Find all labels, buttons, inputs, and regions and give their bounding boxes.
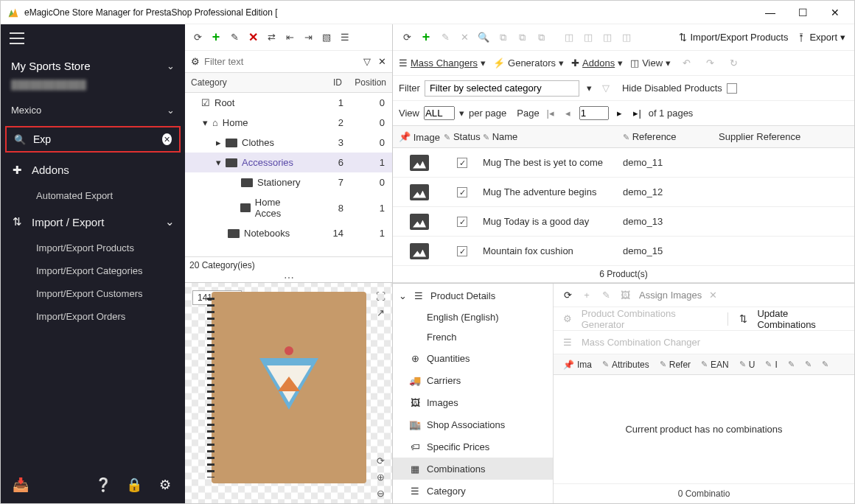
sidebar-item-import-export[interactable]: ⇅ Import / Export ⌄ — [1, 207, 185, 237]
clone-button[interactable]: ⧉ — [514, 29, 530, 46]
export-dropdown[interactable]: ⭱ Export ▾ — [794, 30, 848, 44]
reset-zoom-icon[interactable]: ⟳ — [374, 455, 386, 466]
grp-b-button[interactable]: ◫ — [580, 29, 596, 46]
redo-button[interactable]: ↷ — [702, 55, 718, 71]
settings-button[interactable]: ⚙ — [150, 474, 181, 496]
window-maximize-button[interactable]: ☐ — [786, 1, 819, 24]
sidebar-store-selector[interactable]: My Sports Store ⌄ — [1, 52, 185, 80]
last-page-button[interactable]: ▸| — [631, 107, 644, 120]
grp-c-button[interactable]: ◫ — [599, 29, 615, 46]
nav-quantities[interactable]: ⊕Quantities — [393, 347, 553, 369]
filter-clear-icon[interactable]: ✕ — [376, 56, 388, 68]
search-products-button[interactable]: 🔍 — [475, 29, 492, 46]
delete-category-button[interactable]: ✕ — [245, 29, 261, 46]
page-input[interactable] — [579, 106, 609, 120]
sidebar-subitem-ie-orders[interactable]: Import/Export Orders — [1, 305, 185, 328]
tool-c-button[interactable]: ⇥ — [300, 29, 316, 46]
detail-nav-head[interactable]: ⌄ ☰ Product Details — [393, 284, 553, 307]
status-checkbox[interactable]: ✓ — [457, 158, 467, 168]
sidebar-item-addons[interactable]: ✚ Addons — [1, 155, 185, 184]
splitter-handle[interactable]: ⋯ — [185, 273, 392, 282]
status-checkbox[interactable]: ✓ — [457, 217, 467, 227]
nav-shop-assoc[interactable]: 🏬Shop Associations — [393, 413, 553, 435]
filter-funnel-icon[interactable]: ▽ — [361, 56, 373, 68]
expand-icon[interactable]: ▾ — [203, 117, 208, 128]
tree-row[interactable]: Home Acces81 — [185, 192, 392, 223]
tree-row[interactable]: Notebooks141 — [185, 223, 392, 243]
refresh-products-button[interactable]: ⟳ — [399, 29, 415, 46]
edit-category-button[interactable]: ✎ — [226, 29, 242, 46]
popout-icon[interactable]: ↗ — [374, 307, 386, 318]
prev-page-button[interactable]: ◂ — [562, 107, 575, 120]
update-combinations-button[interactable]: Update Combinations — [757, 308, 848, 330]
grp-a-button[interactable]: ◫ — [561, 29, 577, 46]
tree-row[interactable]: ▸Clothes30 — [185, 133, 392, 153]
nav-suppliers[interactable]: 📦Suppliers — [393, 502, 553, 503]
sidebar-subitem-ie-products[interactable]: Import/Export Products — [1, 237, 185, 259]
sidebar-region-selector[interactable]: Mexico ⌄ — [1, 97, 185, 123]
addons-dropdown[interactable]: ✚ Addons ▾ — [571, 57, 623, 69]
table-row[interactable]: ✓Mug The best is yet to comedemo_11 — [393, 148, 854, 178]
tool-a-button[interactable]: ⇄ — [263, 29, 279, 46]
nav-prices[interactable]: 🏷Specific Prices — [393, 435, 553, 458]
lock-button[interactable]: 🔒 — [119, 474, 150, 496]
nav-category[interactable]: ☰Category — [393, 480, 553, 502]
window-minimize-button[interactable]: — — [754, 1, 786, 24]
lang-english[interactable]: English (English) — [393, 307, 553, 327]
sidebar-search[interactable]: 🔍 ✕ — [5, 126, 181, 153]
filter-dropdown-icon[interactable]: ▾ — [584, 83, 596, 94]
view-dropdown[interactable]: ◫ View ▾ — [630, 57, 671, 69]
tool-e-button[interactable]: ☰ — [337, 29, 353, 46]
dropdown-icon[interactable]: ▾ — [459, 108, 464, 119]
gear-icon[interactable]: ⚙ — [189, 56, 201, 68]
edit-product-button[interactable]: ✎ — [437, 29, 453, 46]
window-close-button[interactable]: ✕ — [819, 1, 851, 24]
filter-advanced-icon[interactable]: ▽ — [600, 83, 612, 94]
nav-combinations[interactable]: ▦Combinations — [393, 458, 553, 480]
sidebar-subitem-ie-categories[interactable]: Import/Export Categories — [1, 259, 185, 282]
zoom-out-icon[interactable]: ⊖ — [374, 487, 386, 499]
zoom-in-icon[interactable]: ⊕ — [374, 471, 386, 483]
copy-button[interactable]: ⧉ — [495, 29, 511, 46]
hide-disabled-checkbox[interactable] — [727, 83, 737, 94]
edit-combination-button[interactable]: ✎ — [598, 287, 614, 304]
paste-button[interactable]: ⧉ — [533, 29, 549, 46]
filter-category-select[interactable] — [425, 80, 579, 97]
category-filter-input[interactable] — [204, 56, 358, 67]
pin-icon[interactable]: 📌 — [562, 359, 574, 371]
history-button[interactable]: ↻ — [725, 55, 741, 71]
next-page-button[interactable]: ▸ — [613, 107, 627, 120]
tree-row[interactable]: ☑Root10 — [185, 93, 392, 113]
tool-b-button[interactable]: ⇤ — [282, 29, 298, 46]
tree-row[interactable]: ▾⌂Home20 — [185, 113, 392, 133]
assign-images-button[interactable]: 🖼 — [617, 287, 633, 304]
nav-images[interactable]: 🖼Images — [393, 391, 553, 413]
sidebar-search-input[interactable] — [33, 133, 162, 145]
gen-label[interactable]: Product Combinations Generator — [582, 308, 720, 330]
import-export-products-button[interactable]: ⇅ Import/Export Products — [676, 30, 791, 44]
table-row[interactable]: ✓Mug The adventure beginsdemo_12 — [393, 178, 854, 207]
table-row[interactable]: ✓Mountain fox cushiondemo_15 — [393, 237, 854, 266]
delete-combination-button[interactable]: ✕ — [705, 287, 721, 304]
sidebar-subitem-ie-customers[interactable]: Import/Export Customers — [1, 282, 185, 305]
mass-changers-dropdown[interactable]: ☰ Mass Changers ▾ — [399, 57, 486, 69]
per-page-select[interactable] — [424, 106, 455, 120]
tree-row[interactable]: ▾Accessories61 — [185, 153, 392, 172]
status-checkbox[interactable]: ✓ — [457, 187, 467, 197]
fullscreen-icon[interactable]: ⛶ — [374, 290, 386, 302]
first-page-button[interactable]: |◂ — [544, 107, 557, 120]
hamburger-button[interactable] — [1, 24, 185, 52]
mass-combination-changer[interactable]: Mass Combination Changer — [582, 337, 700, 348]
add-combination-button[interactable]: + — [579, 287, 595, 304]
search-clear-button[interactable]: ✕ — [162, 133, 172, 145]
refresh-button[interactable]: ⟳ — [189, 29, 206, 46]
category-tree[interactable]: ☑Root10▾⌂Home20▸Clothes30▾Accessories61S… — [185, 93, 392, 256]
add-product-button[interactable]: + — [418, 29, 434, 46]
help-button[interactable]: ❔ — [88, 474, 119, 496]
grp-d-button[interactable]: ◫ — [618, 29, 635, 46]
table-row[interactable]: ✓Mug Today is a good daydemo_13 — [393, 207, 854, 237]
refresh-combinations-button[interactable]: ⟳ — [559, 287, 576, 304]
lang-french[interactable]: French — [393, 327, 553, 347]
generators-dropdown[interactable]: ⚡ Generators ▾ — [493, 57, 564, 69]
delete-product-button[interactable]: ✕ — [456, 29, 472, 46]
